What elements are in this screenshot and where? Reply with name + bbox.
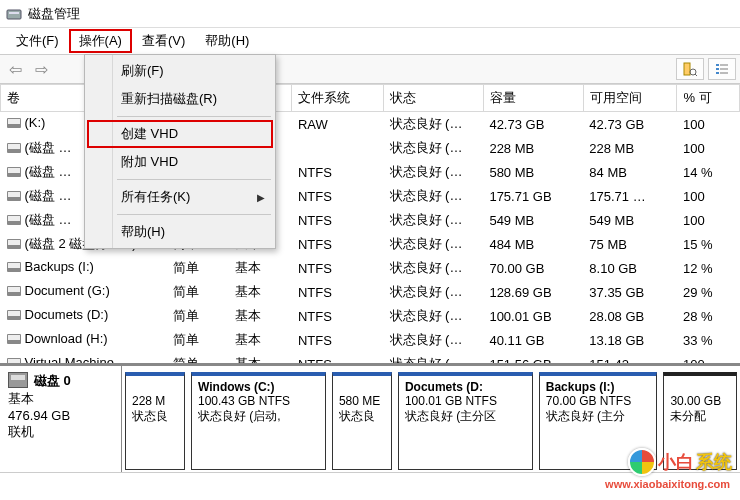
svg-rect-1 bbox=[9, 12, 19, 14]
volume-icon bbox=[7, 191, 21, 201]
table-row[interactable]: Backups (I:)简单基本NTFS状态良好 (…70.00 GB8.10 … bbox=[1, 256, 740, 280]
col-percent[interactable]: % 可 bbox=[677, 85, 740, 112]
menu-refresh[interactable]: 刷新(F) bbox=[87, 57, 273, 85]
svg-rect-0 bbox=[7, 10, 21, 19]
disk-name: 磁盘 0 bbox=[34, 372, 71, 390]
menu-help-item[interactable]: 帮助(H) bbox=[87, 218, 273, 246]
menu-attach-vhd[interactable]: 附加 VHD bbox=[87, 148, 273, 176]
partition[interactable]: 30.00 GB未分配 bbox=[663, 372, 737, 470]
disk-map: 磁盘 0 基本 476.94 GB 联机 228 M状态良Windows (C:… bbox=[0, 364, 740, 476]
menu-create-vhd[interactable]: 创建 VHD bbox=[87, 120, 273, 148]
volume-icon bbox=[7, 239, 21, 249]
menu-rescan[interactable]: 重新扫描磁盘(R) bbox=[87, 85, 273, 113]
submenu-arrow-icon: ▶ bbox=[257, 192, 265, 203]
svg-rect-5 bbox=[716, 64, 719, 66]
col-free[interactable]: 可用空间 bbox=[583, 85, 677, 112]
view-button-1[interactable] bbox=[676, 58, 704, 80]
svg-rect-6 bbox=[720, 64, 728, 66]
disk-status: 联机 bbox=[8, 423, 113, 441]
titlebar: 磁盘管理 bbox=[0, 0, 740, 28]
col-capacity[interactable]: 容量 bbox=[483, 85, 583, 112]
window-title: 磁盘管理 bbox=[28, 5, 80, 23]
volume-icon bbox=[7, 167, 21, 177]
partition[interactable]: Windows (C:)100.43 GB NTFS状态良好 (启动, bbox=[191, 372, 326, 470]
partition[interactable]: 228 M状态良 bbox=[125, 372, 185, 470]
disk-icon bbox=[8, 372, 28, 388]
col-status[interactable]: 状态 bbox=[384, 85, 484, 112]
svg-rect-9 bbox=[716, 72, 719, 74]
menu-action[interactable]: 操作(A) bbox=[69, 29, 132, 53]
watermark-url: www.xiaobaixitong.com bbox=[605, 478, 730, 490]
disk-header[interactable]: 磁盘 0 基本 476.94 GB 联机 bbox=[0, 366, 122, 476]
col-filesystem[interactable]: 文件系统 bbox=[292, 85, 384, 112]
table-row[interactable]: Download (H:)简单基本NTFS状态良好 (…40.11 GB13.1… bbox=[1, 328, 740, 352]
svg-rect-2 bbox=[684, 63, 690, 75]
table-row[interactable]: Document (G:)简单基本NTFS状态良好 (…128.69 GB37.… bbox=[1, 280, 740, 304]
volume-icon bbox=[7, 143, 21, 153]
disk-size: 476.94 GB bbox=[8, 408, 113, 423]
volume-icon bbox=[7, 262, 21, 272]
view-button-2[interactable] bbox=[708, 58, 736, 80]
menu-all-tasks[interactable]: 所有任务(K)▶ bbox=[87, 183, 273, 211]
menubar: 文件(F) 操作(A) 查看(V) 帮助(H) bbox=[0, 28, 740, 54]
menu-help[interactable]: 帮助(H) bbox=[195, 29, 259, 53]
action-menu-dropdown: 刷新(F) 重新扫描磁盘(R) 创建 VHD 附加 VHD 所有任务(K)▶ 帮… bbox=[84, 54, 276, 249]
volume-icon bbox=[7, 118, 21, 128]
partition[interactable]: Documets (D:100.01 GB NTFS状态良好 (主分区 bbox=[398, 372, 533, 470]
svg-rect-8 bbox=[720, 68, 728, 70]
svg-rect-7 bbox=[716, 68, 719, 70]
volume-icon bbox=[7, 286, 21, 296]
partition[interactable]: 580 ME状态良 bbox=[332, 372, 392, 470]
table-row[interactable]: Documets (D:)简单基本NTFS状态良好 (…100.01 GB28.… bbox=[1, 304, 740, 328]
nav-forward-icon[interactable]: ⇨ bbox=[30, 58, 52, 80]
svg-line-4 bbox=[695, 74, 697, 76]
app-icon bbox=[6, 6, 22, 22]
menu-view[interactable]: 查看(V) bbox=[132, 29, 195, 53]
volume-icon bbox=[7, 215, 21, 225]
disk-type: 基本 bbox=[8, 390, 113, 408]
partition[interactable]: Backups (I:)70.00 GB NTFS状态良好 (主分 bbox=[539, 372, 658, 470]
nav-back-icon[interactable]: ⇦ bbox=[4, 58, 26, 80]
volume-icon bbox=[7, 310, 21, 320]
volume-icon bbox=[7, 334, 21, 344]
menu-file[interactable]: 文件(F) bbox=[6, 29, 69, 53]
svg-rect-10 bbox=[720, 72, 728, 74]
